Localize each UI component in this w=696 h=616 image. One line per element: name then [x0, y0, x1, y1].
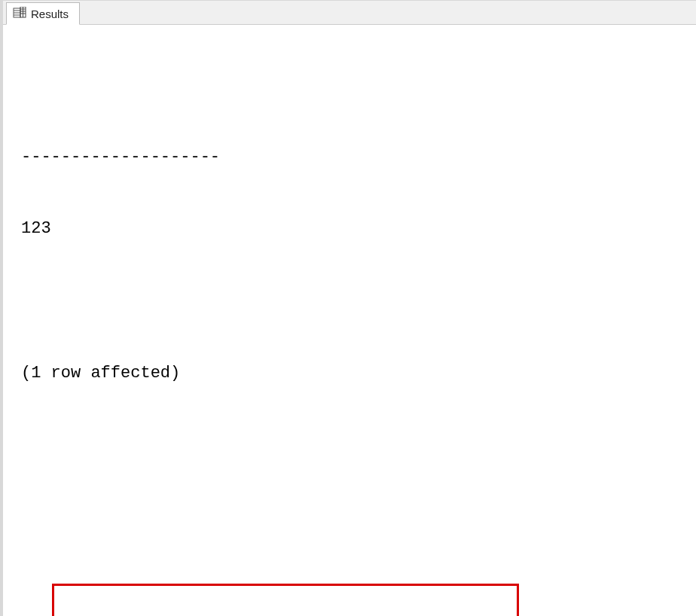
error-box: -------------------- Msg 8114, Level 16,… — [52, 584, 519, 616]
tab-results[interactable]: Results — [6, 2, 80, 25]
output-block-1: -------------------- 123 (1 row affected… — [21, 97, 690, 433]
rows-affected: (1 row affected) — [21, 361, 690, 386]
tab-strip: Results — [3, 1, 696, 25]
results-output: -------------------- 123 (1 row affected… — [3, 25, 696, 616]
result-value: 123 — [21, 217, 690, 241]
results-icon — [13, 7, 26, 20]
divider-line: -------------------- — [21, 145, 690, 169]
tab-label: Results — [31, 8, 69, 20]
blank-line — [21, 289, 690, 313]
results-panel: Results -------------------- 123 (1 row … — [0, 0, 696, 616]
spacer — [21, 507, 690, 529]
